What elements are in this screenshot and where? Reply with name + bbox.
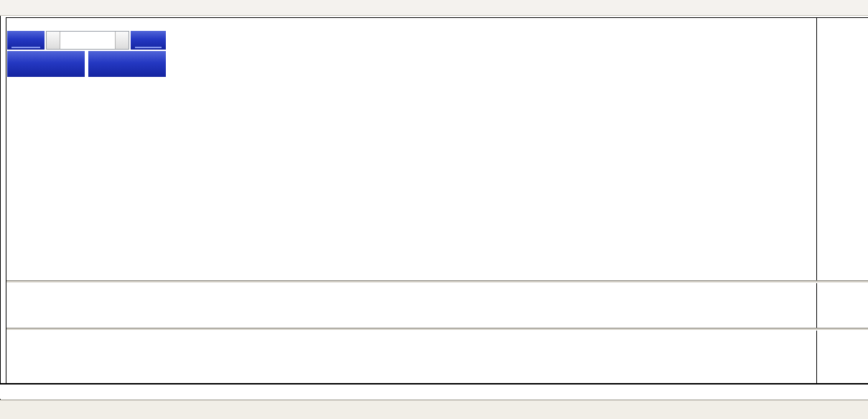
timeframe-toolbar [0, 0, 868, 16]
buy-button[interactable] [131, 31, 166, 50]
sell-button[interactable] [7, 31, 45, 50]
buy-price-quote[interactable] [88, 51, 166, 77]
volume-stepper [46, 31, 129, 50]
one-click-trade-panel [7, 31, 166, 77]
sell-price-quote[interactable] [7, 51, 85, 77]
volume-decrease-button[interactable] [47, 32, 60, 49]
macd-rsi-divider [6, 328, 868, 331]
volume-input[interactable] [60, 32, 116, 49]
frame-top-border [6, 17, 868, 18]
window-left-edge [0, 0, 1, 419]
volume-increase-button[interactable] [116, 32, 129, 49]
main-macd-divider [6, 280, 868, 283]
date-axis [0, 385, 868, 399]
symbol-tab-bar [0, 400, 868, 419]
